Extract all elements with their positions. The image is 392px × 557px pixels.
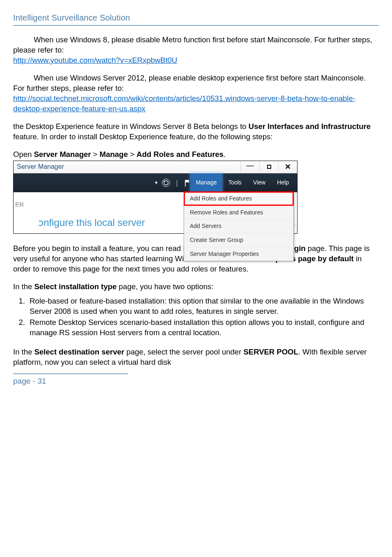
text: the Desktop Experience feature in Window… <box>13 122 249 131</box>
text: > <box>128 150 136 159</box>
maximize-button[interactable] <box>259 161 278 173</box>
text: page, select the server pool under <box>124 348 243 356</box>
youtube-link[interactable]: http://www.youtube.com/watch?v=xERxpbwBt… <box>13 56 177 64</box>
text-bold: Add Roles and Features <box>136 150 224 159</box>
list-item: Remote Desktop Services scenario-based i… <box>27 318 379 338</box>
maximize-icon <box>267 165 271 169</box>
text: When use Windows Server 2012, please ena… <box>13 74 366 92</box>
window-titlebar: Server Manager — ✕ <box>14 161 297 173</box>
paragraph: the Desktop Experience feature in Window… <box>13 122 379 142</box>
text: In the <box>13 348 34 356</box>
text: When use Windows 8, please disable Metro… <box>13 35 372 54</box>
sidebar-label: ER <box>15 200 38 209</box>
breadcrumb-instruction: Open Server Manager > Manage > Add Roles… <box>13 150 379 160</box>
list-item: Role-based or feature-based installation… <box>27 296 379 317</box>
text: feature. In order to install Desktop Exp… <box>13 132 272 141</box>
text: > <box>91 150 99 159</box>
paragraph: In the Select installation type page, yo… <box>13 282 379 292</box>
minimize-icon: — <box>247 163 254 170</box>
close-button[interactable]: ✕ <box>278 161 297 173</box>
toolbar: ▾ | Manage Tools View Help Add Roles and… <box>14 173 297 192</box>
menu-item-create-group[interactable]: Create Server Group <box>184 233 293 247</box>
footer-rule <box>13 373 128 374</box>
menu-item-add-servers[interactable]: Add Servers <box>184 219 293 233</box>
technet-link[interactable]: http://social.technet.microsoft.com/wiki… <box>13 94 355 113</box>
menu-item-add-roles[interactable]: Add Roles and Features <box>184 192 293 205</box>
window-title: Server Manager <box>14 161 240 173</box>
text: . <box>224 150 226 159</box>
dropdown-arrow-icon[interactable]: ▾ <box>155 179 158 186</box>
text-bold: User Interfaces and Infrastructure <box>249 122 371 131</box>
separator: | <box>176 178 178 188</box>
flag-icon[interactable] <box>184 179 190 186</box>
options-list: Role-based or feature-based installation… <box>13 296 379 338</box>
paragraph: When use Windows 8, please disable Metro… <box>13 35 379 66</box>
sidebar-fragment: ER <box>14 192 38 233</box>
page-number: page - 31 <box>13 376 379 387</box>
menu-item-remove-roles[interactable]: Remove Roles and Features <box>184 205 293 219</box>
text-bold: Select installation type <box>34 282 116 291</box>
manage-dropdown: Add Roles and Features Remove Roles and … <box>184 191 294 261</box>
paragraph: When use Windows Server 2012, please ena… <box>13 73 379 114</box>
menu-help[interactable]: Help <box>271 173 295 192</box>
text-bold: SERVER POOL <box>243 348 298 356</box>
text: In the <box>13 282 34 291</box>
text-bold: Server Manager <box>34 150 91 159</box>
refresh-icon[interactable] <box>162 179 170 187</box>
text: Open <box>13 150 34 159</box>
menu-manage[interactable]: Manage <box>190 173 223 192</box>
text-bold: Select destination server <box>34 348 124 356</box>
paragraph: In the Select destination server page, s… <box>13 347 379 368</box>
menu-bar: Manage Tools View Help <box>190 173 295 192</box>
page-header: Intelligent Surveillance Solution <box>13 12 379 26</box>
minimize-button[interactable]: — <box>240 161 259 173</box>
menu-item-properties[interactable]: Server Manager Properties <box>184 247 293 261</box>
text: page, you have two options: <box>117 282 214 291</box>
screenshot-server-manager: Server Manager — ✕ ▾ | Manage Tools View… <box>13 161 297 234</box>
menu-view[interactable]: View <box>247 173 271 192</box>
text-bold: Manage <box>99 150 128 159</box>
close-icon: ✕ <box>285 162 291 172</box>
menu-tools[interactable]: Tools <box>222 173 247 192</box>
